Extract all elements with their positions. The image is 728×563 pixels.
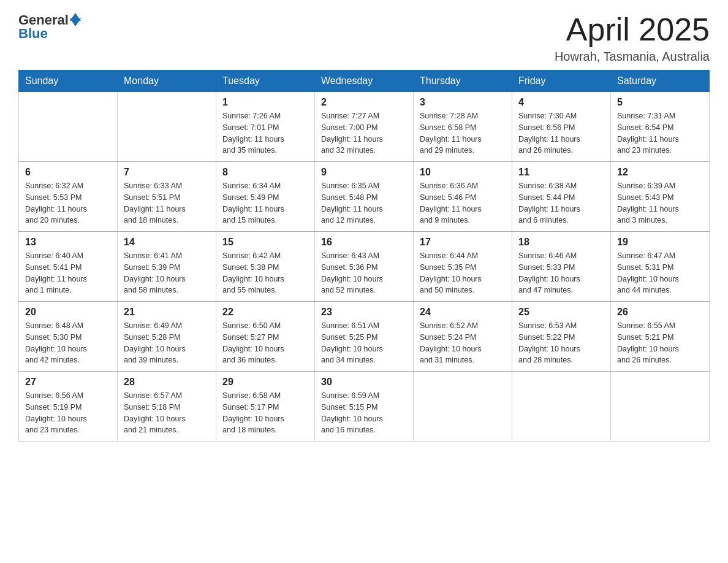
day-info: Sunrise: 6:44 AMSunset: 5:35 PMDaylight:… bbox=[420, 250, 506, 296]
day-number: 28 bbox=[124, 377, 210, 388]
day-info: Sunrise: 6:57 AMSunset: 5:18 PMDaylight:… bbox=[124, 390, 210, 436]
day-number: 17 bbox=[420, 237, 506, 248]
day-header-friday: Friday bbox=[512, 71, 611, 92]
day-info: Sunrise: 6:47 AMSunset: 5:31 PMDaylight:… bbox=[617, 250, 703, 296]
day-number: 2 bbox=[321, 97, 407, 108]
day-info: Sunrise: 6:43 AMSunset: 5:36 PMDaylight:… bbox=[321, 250, 407, 296]
calendar-cell: 1Sunrise: 7:26 AMSunset: 7:01 PMDaylight… bbox=[216, 92, 315, 162]
day-header-saturday: Saturday bbox=[611, 71, 710, 92]
day-number: 3 bbox=[420, 97, 506, 108]
calendar-cell: 11Sunrise: 6:38 AMSunset: 5:44 PMDayligh… bbox=[512, 162, 611, 232]
calendar-cell: 19Sunrise: 6:47 AMSunset: 5:31 PMDayligh… bbox=[611, 232, 710, 302]
calendar-cell: 30Sunrise: 6:59 AMSunset: 5:15 PMDayligh… bbox=[315, 372, 414, 442]
calendar-cell: 25Sunrise: 6:53 AMSunset: 5:22 PMDayligh… bbox=[512, 302, 611, 372]
calendar-cell bbox=[611, 372, 710, 442]
day-info: Sunrise: 6:46 AMSunset: 5:33 PMDaylight:… bbox=[518, 250, 604, 296]
day-number: 19 bbox=[617, 237, 703, 248]
calendar-cell bbox=[118, 92, 216, 162]
day-info: Sunrise: 6:52 AMSunset: 5:24 PMDaylight:… bbox=[420, 320, 506, 366]
day-info: Sunrise: 6:50 AMSunset: 5:27 PMDaylight:… bbox=[222, 320, 308, 366]
calendar-cell: 28Sunrise: 6:57 AMSunset: 5:18 PMDayligh… bbox=[118, 372, 216, 442]
day-number: 22 bbox=[222, 307, 308, 318]
day-info: Sunrise: 6:58 AMSunset: 5:17 PMDaylight:… bbox=[222, 390, 308, 436]
calendar-cell: 13Sunrise: 6:40 AMSunset: 5:41 PMDayligh… bbox=[19, 232, 118, 302]
day-number: 12 bbox=[617, 167, 703, 178]
day-info: Sunrise: 6:55 AMSunset: 5:21 PMDaylight:… bbox=[617, 320, 703, 366]
day-number: 24 bbox=[420, 307, 506, 318]
title-area: April 2025 Howrah, Tasmania, Australia bbox=[555, 12, 710, 64]
calendar-cell: 10Sunrise: 6:36 AMSunset: 5:46 PMDayligh… bbox=[414, 162, 512, 232]
calendar-cell: 24Sunrise: 6:52 AMSunset: 5:24 PMDayligh… bbox=[414, 302, 512, 372]
day-number: 30 bbox=[321, 377, 407, 388]
day-header-sunday: Sunday bbox=[19, 71, 118, 92]
calendar-cell: 7Sunrise: 6:33 AMSunset: 5:51 PMDaylight… bbox=[118, 162, 216, 232]
day-info: Sunrise: 6:49 AMSunset: 5:28 PMDaylight:… bbox=[124, 320, 210, 366]
day-info: Sunrise: 6:48 AMSunset: 5:30 PMDaylight:… bbox=[25, 320, 111, 366]
day-info: Sunrise: 6:35 AMSunset: 5:48 PMDaylight:… bbox=[321, 180, 407, 226]
day-number: 26 bbox=[617, 307, 703, 318]
calendar-cell: 29Sunrise: 6:58 AMSunset: 5:17 PMDayligh… bbox=[216, 372, 315, 442]
calendar-week-1: 1Sunrise: 7:26 AMSunset: 7:01 PMDaylight… bbox=[19, 92, 710, 162]
calendar-header-row: SundayMondayTuesdayWednesdayThursdayFrid… bbox=[19, 71, 710, 92]
day-number: 21 bbox=[124, 307, 210, 318]
calendar-cell: 27Sunrise: 6:56 AMSunset: 5:19 PMDayligh… bbox=[19, 372, 118, 442]
day-info: Sunrise: 6:36 AMSunset: 5:46 PMDaylight:… bbox=[420, 180, 506, 226]
page-header: General Blue April 2025 Howrah, Tasmania… bbox=[18, 12, 710, 64]
day-number: 5 bbox=[617, 97, 703, 108]
day-info: Sunrise: 6:33 AMSunset: 5:51 PMDaylight:… bbox=[124, 180, 210, 226]
calendar-cell bbox=[512, 372, 611, 442]
calendar-cell: 26Sunrise: 6:55 AMSunset: 5:21 PMDayligh… bbox=[611, 302, 710, 372]
day-info: Sunrise: 6:59 AMSunset: 5:15 PMDaylight:… bbox=[321, 390, 407, 436]
day-info: Sunrise: 6:40 AMSunset: 5:41 PMDaylight:… bbox=[25, 250, 111, 296]
calendar-cell: 3Sunrise: 7:28 AMSunset: 6:58 PMDaylight… bbox=[414, 92, 512, 162]
day-info: Sunrise: 6:39 AMSunset: 5:43 PMDaylight:… bbox=[617, 180, 703, 226]
calendar-cell: 8Sunrise: 6:34 AMSunset: 5:49 PMDaylight… bbox=[216, 162, 315, 232]
day-info: Sunrise: 6:41 AMSunset: 5:39 PMDaylight:… bbox=[124, 250, 210, 296]
day-number: 1 bbox=[222, 97, 308, 108]
day-info: Sunrise: 6:56 AMSunset: 5:19 PMDaylight:… bbox=[25, 390, 111, 436]
calendar-cell: 21Sunrise: 6:49 AMSunset: 5:28 PMDayligh… bbox=[118, 302, 216, 372]
day-header-wednesday: Wednesday bbox=[315, 71, 414, 92]
calendar-cell: 6Sunrise: 6:32 AMSunset: 5:53 PMDaylight… bbox=[19, 162, 118, 232]
calendar-cell: 9Sunrise: 6:35 AMSunset: 5:48 PMDaylight… bbox=[315, 162, 414, 232]
day-number: 10 bbox=[420, 167, 506, 178]
day-number: 16 bbox=[321, 237, 407, 248]
day-info: Sunrise: 6:51 AMSunset: 5:25 PMDaylight:… bbox=[321, 320, 407, 366]
day-header-monday: Monday bbox=[118, 71, 216, 92]
month-year-title: April 2025 bbox=[555, 12, 710, 47]
calendar-week-5: 27Sunrise: 6:56 AMSunset: 5:19 PMDayligh… bbox=[19, 372, 710, 442]
day-info: Sunrise: 7:31 AMSunset: 6:54 PMDaylight:… bbox=[617, 110, 703, 156]
calendar-cell: 22Sunrise: 6:50 AMSunset: 5:27 PMDayligh… bbox=[216, 302, 315, 372]
day-number: 18 bbox=[518, 237, 604, 248]
day-info: Sunrise: 6:38 AMSunset: 5:44 PMDaylight:… bbox=[518, 180, 604, 226]
logo-blue-text: Blue bbox=[18, 26, 48, 42]
calendar-cell: 15Sunrise: 6:42 AMSunset: 5:38 PMDayligh… bbox=[216, 232, 315, 302]
day-number: 23 bbox=[321, 307, 407, 318]
day-info: Sunrise: 7:26 AMSunset: 7:01 PMDaylight:… bbox=[222, 110, 308, 156]
calendar-cell: 14Sunrise: 6:41 AMSunset: 5:39 PMDayligh… bbox=[118, 232, 216, 302]
calendar-cell: 18Sunrise: 6:46 AMSunset: 5:33 PMDayligh… bbox=[512, 232, 611, 302]
day-number: 14 bbox=[124, 237, 210, 248]
calendar-cell bbox=[414, 372, 512, 442]
day-header-tuesday: Tuesday bbox=[216, 71, 315, 92]
day-number: 11 bbox=[518, 167, 604, 178]
location-subtitle: Howrah, Tasmania, Australia bbox=[555, 50, 710, 64]
calendar-cell: 5Sunrise: 7:31 AMSunset: 6:54 PMDaylight… bbox=[611, 92, 710, 162]
calendar-table: SundayMondayTuesdayWednesdayThursdayFrid… bbox=[18, 70, 710, 442]
day-header-thursday: Thursday bbox=[414, 71, 512, 92]
day-number: 20 bbox=[25, 307, 111, 318]
day-number: 15 bbox=[222, 237, 308, 248]
day-number: 27 bbox=[25, 377, 111, 388]
calendar-cell: 20Sunrise: 6:48 AMSunset: 5:30 PMDayligh… bbox=[19, 302, 118, 372]
day-info: Sunrise: 6:34 AMSunset: 5:49 PMDaylight:… bbox=[222, 180, 308, 226]
day-number: 8 bbox=[222, 167, 308, 178]
day-info: Sunrise: 7:27 AMSunset: 7:00 PMDaylight:… bbox=[321, 110, 407, 156]
day-number: 4 bbox=[518, 97, 604, 108]
calendar-week-3: 13Sunrise: 6:40 AMSunset: 5:41 PMDayligh… bbox=[19, 232, 710, 302]
day-number: 9 bbox=[321, 167, 407, 178]
calendar-cell: 23Sunrise: 6:51 AMSunset: 5:25 PMDayligh… bbox=[315, 302, 414, 372]
day-number: 25 bbox=[518, 307, 604, 318]
calendar-cell bbox=[19, 92, 118, 162]
calendar-week-4: 20Sunrise: 6:48 AMSunset: 5:30 PMDayligh… bbox=[19, 302, 710, 372]
logo: General Blue bbox=[18, 12, 81, 42]
